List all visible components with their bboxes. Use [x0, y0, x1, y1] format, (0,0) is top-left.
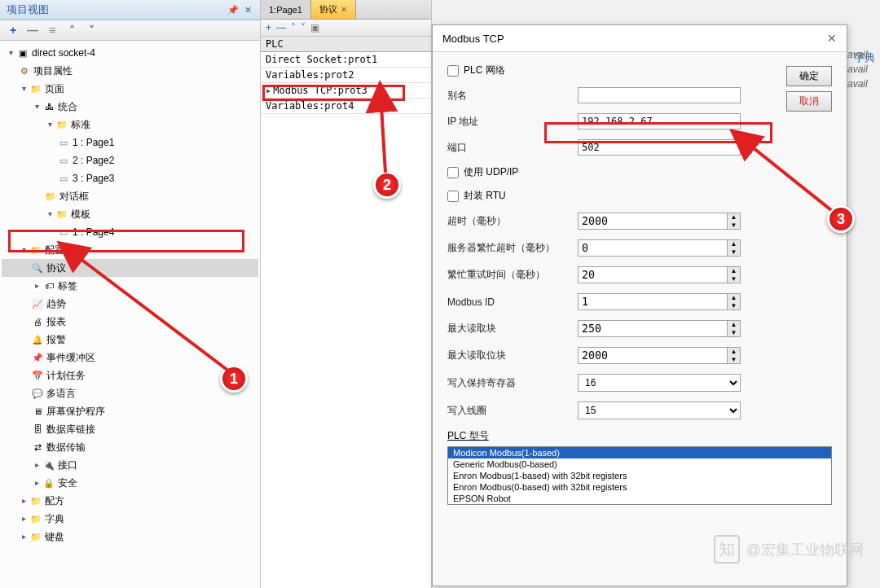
- list-item[interactable]: EPSON Robot: [448, 493, 831, 504]
- ip-input[interactable]: [578, 113, 741, 129]
- tree-node[interactable]: 🔔报警: [2, 331, 258, 349]
- timeout-spinner[interactable]: ▲▼: [578, 213, 741, 230]
- tab-page1[interactable]: 1:Page1: [261, 0, 311, 19]
- tree-node[interactable]: ▸📁配方: [2, 492, 258, 510]
- spin-down-icon[interactable]: ▼: [728, 248, 740, 257]
- tree-node[interactable]: 🖥屏幕保护程序: [2, 402, 258, 420]
- tree-node[interactable]: 📈趋势: [2, 295, 258, 313]
- label-max-read-block: 最大读取块: [447, 322, 578, 336]
- panel-title: 项目视图: [7, 2, 49, 17]
- list-item[interactable]: Enron Modbus(0-based) with 32bit registe…: [448, 481, 831, 493]
- watermark: 知 @宏集工业物联网: [714, 535, 864, 564]
- close-icon[interactable]: ✕: [341, 5, 347, 14]
- tree-node[interactable]: 📅计划任务: [2, 366, 258, 384]
- spin-up-icon[interactable]: ▲: [728, 294, 740, 302]
- add-button[interactable]: +: [266, 22, 271, 33]
- tree-node[interactable]: ▸🔒安全: [2, 474, 258, 492]
- pin-icon[interactable]: 📌: [227, 4, 239, 15]
- spin-down-icon[interactable]: ▼: [728, 356, 740, 364]
- up-icon[interactable]: ˄: [291, 22, 296, 33]
- tree-page[interactable]: ▭3 : Page3: [2, 169, 258, 187]
- spin-up-icon[interactable]: ▲: [728, 213, 740, 222]
- list-item[interactable]: Enron Modbus(1-based) with 32bit registe…: [448, 470, 831, 481]
- label-write-hold: 写入保持寄存器: [447, 376, 578, 390]
- alias-input[interactable]: [578, 87, 741, 103]
- busy-timeout-spinner[interactable]: ▲▼: [578, 239, 741, 257]
- tree-page[interactable]: ▭2 : Page2: [2, 151, 258, 169]
- tree-node[interactable]: ▸🔌接口: [2, 456, 258, 474]
- tree-node[interactable]: ▸📁字典: [2, 510, 258, 528]
- spin-up-icon[interactable]: ▲: [728, 240, 740, 248]
- tree-node-pages[interactable]: ▾📁页面: [2, 80, 258, 98]
- checkbox[interactable]: [447, 65, 459, 77]
- list-item[interactable]: Modicon Modbus(1-based): [448, 447, 831, 459]
- tree-node[interactable]: ⇄数据传输: [2, 438, 258, 456]
- tree-node[interactable]: ▾🖧统合: [2, 98, 258, 116]
- tree-node[interactable]: 📌事件缓冲区: [2, 349, 258, 366]
- plc-model-list[interactable]: Modicon Modbus(1-based) Generic Modbus(0…: [447, 446, 832, 505]
- label-busy-timeout: 服务器繁忙超时（毫秒）: [447, 241, 578, 255]
- toolbar-icon[interactable]: ≡: [46, 24, 59, 37]
- spin-down-icon[interactable]: ▼: [728, 329, 740, 337]
- plc-item[interactable]: Direct Socket:prot1: [261, 52, 431, 68]
- tree-node-config[interactable]: ▾📁配置: [2, 241, 258, 259]
- checkbox[interactable]: [447, 191, 459, 202]
- spin-down-icon[interactable]: ▼: [728, 222, 740, 230]
- right-edge-text: avail avail avail: [847, 49, 880, 93]
- modbus-id-spinner[interactable]: ▲▼: [578, 293, 741, 310]
- spin-down-icon[interactable]: ▼: [728, 302, 740, 310]
- plc-network-check[interactable]: PLC 网络: [447, 64, 832, 77]
- list-item[interactable]: Generic Modbus(0-based): [448, 459, 831, 470]
- plc-item[interactable]: Variables:prot2: [261, 68, 431, 83]
- tree-page[interactable]: ▭1 : Page1: [2, 134, 258, 151]
- spin-up-icon[interactable]: ▲: [728, 348, 740, 356]
- remove-button[interactable]: —: [26, 24, 39, 37]
- port-input[interactable]: [578, 139, 741, 156]
- watermark-icon: 知: [714, 535, 740, 564]
- down-icon[interactable]: ˅: [85, 24, 98, 37]
- dialog-title: Modbus TCP: [442, 33, 504, 45]
- checkbox[interactable]: [447, 167, 459, 178]
- tree-node-protocol[interactable]: 🔍协议: [2, 259, 258, 277]
- tree-node[interactable]: 💬多语言: [2, 384, 258, 402]
- write-hold-select[interactable]: 16: [578, 374, 741, 392]
- tree-page[interactable]: ▭1 : Page4: [2, 223, 258, 241]
- tree-root[interactable]: ▾▣direct socket-4: [2, 44, 258, 62]
- retry-spinner[interactable]: ▲▼: [578, 266, 741, 283]
- label-plc-model: PLC 型号: [447, 429, 832, 443]
- cancel-button[interactable]: 取消: [786, 91, 832, 112]
- tree-node[interactable]: 🗄数据库链接: [2, 420, 258, 438]
- protocol-panel: 1:Page1 协议✕ + — ˄ ˅ ▣ PLC Direct Socket:…: [261, 0, 432, 588]
- remove-button[interactable]: —: [276, 22, 286, 33]
- toolbar-icon[interactable]: ▣: [310, 22, 319, 33]
- tree-node[interactable]: ▸🏷标签: [2, 277, 258, 295]
- label-ip: IP 地址: [447, 115, 578, 129]
- tree-node[interactable]: ▸📁键盘: [2, 528, 258, 546]
- write-coil-select[interactable]: 15: [578, 402, 741, 419]
- down-icon[interactable]: ˅: [301, 22, 306, 33]
- plc-item[interactable]: Variables:prot4: [261, 99, 431, 114]
- project-tree: ▾▣direct socket-4 ⚙项目属性 ▾📁页面 ▾🖧统合 ▾📁标准 ▭…: [0, 41, 260, 549]
- ok-button[interactable]: 确定: [786, 66, 832, 86]
- spin-up-icon[interactable]: ▲: [728, 321, 740, 329]
- tree-node[interactable]: 📁对话框: [2, 187, 258, 205]
- panel-header: 项目视图 📌 ✕: [0, 0, 260, 20]
- close-icon[interactable]: ✕: [827, 32, 837, 45]
- plc-column-header: PLC: [261, 37, 431, 52]
- tree-node[interactable]: ▾📁标准: [2, 116, 258, 134]
- tree-node[interactable]: ▾📁模板: [2, 205, 258, 223]
- tree-node[interactable]: 🖨报表: [2, 313, 258, 331]
- close-icon[interactable]: ✕: [242, 4, 253, 15]
- up-icon[interactable]: ˄: [65, 24, 78, 37]
- max-read-block-spinner[interactable]: ▲▼: [578, 320, 741, 337]
- udp-check[interactable]: 使用 UDP/IP: [447, 165, 832, 179]
- spin-down-icon[interactable]: ▼: [728, 275, 740, 283]
- plc-item-selected[interactable]: Modbus TCP:prot3: [261, 83, 431, 99]
- label-modbus-id: Modbus ID: [447, 296, 578, 308]
- max-read-bit-spinner[interactable]: ▲▼: [578, 347, 741, 364]
- add-button[interactable]: +: [7, 24, 20, 37]
- tab-protocol[interactable]: 协议✕: [311, 0, 356, 19]
- spin-up-icon[interactable]: ▲: [728, 267, 740, 275]
- rtu-check[interactable]: 封装 RTU: [447, 189, 832, 203]
- tree-node[interactable]: ⚙项目属性: [2, 62, 258, 80]
